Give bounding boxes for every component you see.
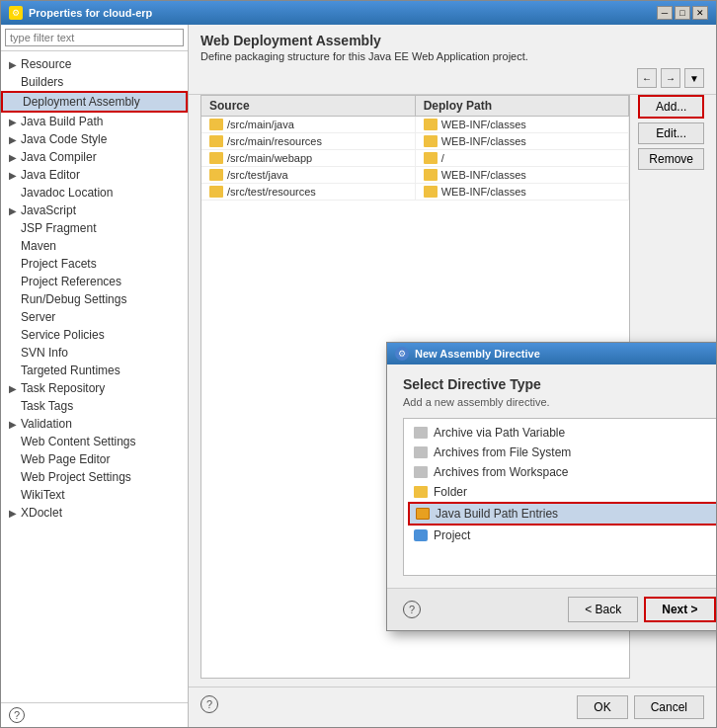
directive-item-archives-file-system[interactable]: Archives from File System	[408, 443, 716, 462]
expand-spacer	[9, 223, 17, 234]
sidebar-item-xdoclet[interactable]: ▶ XDoclet	[1, 504, 188, 522]
expand-spacer	[9, 277, 17, 287]
sidebar-help-icon[interactable]: ?	[9, 707, 25, 723]
sidebar-item-targeted-runtimes[interactable]: Targeted Runtimes	[1, 362, 188, 379]
directive-item-project[interactable]: Project	[408, 526, 716, 545]
close-button[interactable]: ✕	[692, 6, 708, 20]
expand-spacer	[9, 330, 17, 341]
maximize-button[interactable]: □	[675, 6, 690, 20]
expand-spacer	[9, 259, 17, 270]
panel-toolbar: ← → ▼	[200, 66, 704, 90]
sidebar-item-label: Resource	[21, 57, 71, 71]
table-row[interactable]: /src/main/webapp /	[201, 150, 629, 167]
directive-item-archives-workspace[interactable]: Archives from Workspace	[408, 462, 716, 482]
sidebar-item-task-repository[interactable]: ▶ Task Repository	[1, 379, 188, 397]
directive-item-archive-path-var[interactable]: Archive via Path Variable	[408, 423, 716, 443]
sidebar-item-svn-info[interactable]: SVN Info	[1, 344, 188, 362]
toolbar-forward-button[interactable]: →	[661, 68, 680, 88]
sidebar-item-java-editor[interactable]: ▶ Java Editor	[1, 166, 188, 184]
sidebar-item-server[interactable]: Server	[1, 308, 188, 326]
sidebar-item-label: Java Code Style	[21, 132, 107, 146]
folder-icon	[209, 152, 223, 164]
toolbar-back-button[interactable]: ←	[637, 68, 657, 88]
table-row[interactable]: /src/test/resources WEB-INF/classes	[201, 184, 629, 201]
folder-icon	[424, 135, 438, 147]
minimize-button[interactable]: ─	[657, 6, 673, 20]
table-row[interactable]: /src/test/java WEB-INF/classes	[201, 167, 629, 184]
directive-item-label: Archives from Workspace	[434, 465, 568, 479]
main-content: ▶ Resource Builders Deployment Assembly …	[1, 25, 716, 727]
col-deploy-path-header: Deploy Path	[416, 96, 630, 116]
sidebar-item-label: Project Facets	[21, 257, 97, 271]
deploy-path: WEB-INF/classes	[441, 186, 526, 198]
expand-spacer	[9, 294, 17, 305]
dialog-body: Select Directive Type Add a new assembly…	[387, 364, 716, 588]
sidebar-item-builders[interactable]: Builders	[1, 73, 188, 91]
dialog-title: New Assembly Directive	[415, 348, 540, 360]
sidebar-item-web-content-settings[interactable]: Web Content Settings	[1, 433, 188, 450]
table-row[interactable]: /src/main/java WEB-INF/classes	[201, 117, 629, 133]
remove-button[interactable]: Remove	[638, 148, 704, 170]
folder-icon	[414, 486, 428, 498]
folder-icon	[424, 169, 438, 181]
directive-list: Archive via Path Variable Archives from …	[403, 418, 716, 576]
add-button[interactable]: Add...	[638, 95, 704, 119]
folder-icon	[209, 119, 223, 130]
main-bottom-bar: ? OK Cancel	[189, 687, 716, 727]
title-bar-icon: ⚙	[9, 6, 23, 20]
sidebar-item-label: Targeted Runtimes	[21, 364, 120, 377]
new-assembly-directive-dialog: ⚙ New Assembly Directive ✕ Select Direct…	[386, 342, 716, 631]
directive-item-folder[interactable]: Folder	[408, 482, 716, 502]
sidebar-item-wikitext[interactable]: WikiText	[1, 486, 188, 504]
sidebar-item-task-tags[interactable]: Task Tags	[1, 397, 188, 415]
sidebar-item-project-references[interactable]: Project References	[1, 273, 188, 290]
sidebar-item-jsp-fragment[interactable]: JSP Fragment	[1, 219, 188, 237]
sidebar-filter-area	[1, 25, 188, 51]
dialog-help-icon[interactable]: ?	[403, 601, 421, 618]
sidebar-item-deployment-assembly[interactable]: Deployment Assembly	[1, 91, 188, 113]
cancel-button[interactable]: Cancel	[634, 695, 704, 719]
back-button[interactable]: < Back	[568, 597, 638, 622]
sidebar-item-label: JavaScript	[21, 203, 76, 217]
archive-icon	[414, 446, 428, 458]
source-path: /src/test/java	[227, 169, 288, 181]
sidebar-item-project-facets[interactable]: Project Facets	[1, 255, 188, 273]
sidebar-item-java-code-style[interactable]: ▶ Java Code Style	[1, 130, 188, 148]
filter-input[interactable]	[5, 29, 184, 46]
folder-icon	[209, 135, 223, 147]
sidebar-item-java-build-path[interactable]: ▶ Java Build Path	[1, 113, 188, 130]
expand-spacer	[9, 437, 17, 447]
panel-description: Define packaging structure for this Java…	[200, 50, 704, 62]
next-button[interactable]: Next >	[644, 597, 715, 622]
sidebar-item-maven[interactable]: Maven	[1, 237, 188, 255]
deploy-path-cell: WEB-INF/classes	[416, 117, 630, 132]
deploy-path-cell: WEB-INF/classes	[416, 133, 630, 149]
sidebar-item-label: Validation	[21, 417, 72, 431]
folder-icon	[424, 119, 438, 130]
toolbar-dropdown-button[interactable]: ▼	[684, 68, 704, 88]
ok-button[interactable]: OK	[577, 695, 627, 719]
sidebar-item-java-compiler[interactable]: ▶ Java Compiler	[1, 148, 188, 166]
title-bar-buttons: ─ □ ✕	[657, 6, 708, 20]
main-help-icon[interactable]: ?	[200, 695, 218, 713]
table-row[interactable]: /src/main/resources WEB-INF/classes	[201, 133, 629, 150]
directive-item-label: Archives from File System	[434, 445, 571, 459]
sidebar-item-label: Server	[21, 310, 55, 324]
expand-spacer	[9, 77, 17, 88]
sidebar-item-service-policies[interactable]: Service Policies	[1, 326, 188, 344]
sidebar-item-run-debug-settings[interactable]: Run/Debug Settings	[1, 290, 188, 308]
source-path: /src/test/resources	[227, 186, 316, 198]
sidebar-item-web-page-editor[interactable]: Web Page Editor	[1, 450, 188, 468]
directive-item-label: Project	[434, 528, 470, 542]
sidebar-item-validation[interactable]: ▶ Validation	[1, 415, 188, 433]
sidebar-item-javascript[interactable]: ▶ JavaScript	[1, 202, 188, 219]
sidebar-item-label: JSP Fragment	[21, 221, 96, 235]
sidebar-item-web-project-settings[interactable]: Web Project Settings	[1, 468, 188, 486]
directive-item-java-build-path-entries[interactable]: Java Build Path Entries	[408, 502, 716, 526]
edit-button[interactable]: Edit...	[638, 122, 704, 144]
sidebar-item-javadoc-location[interactable]: Javadoc Location	[1, 184, 188, 202]
sidebar-item-resource[interactable]: ▶ Resource	[1, 55, 188, 73]
source-path: /src/main/webapp	[227, 152, 312, 164]
expand-spacer	[9, 348, 17, 359]
source-path: /src/main/resources	[227, 135, 322, 147]
